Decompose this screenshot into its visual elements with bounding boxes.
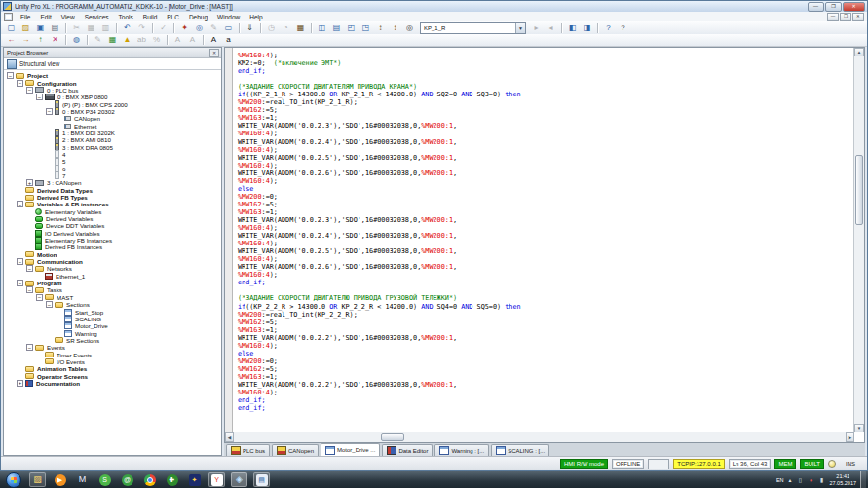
scroll-right-icon[interactable]: ▶ xyxy=(846,432,854,442)
mdi-close-button[interactable]: ✕ xyxy=(852,13,864,21)
find-next-icon[interactable]: ▸ xyxy=(530,21,544,34)
save-icon[interactable]: ▣ xyxy=(34,21,48,34)
split-window-icon[interactable]: ◨ xyxy=(581,21,594,34)
code-line[interactable] xyxy=(238,75,854,83)
collapse-icon[interactable]: − xyxy=(36,94,43,100)
tree-item-scaling[interactable]: SCALING xyxy=(4,316,221,322)
zoom-icon[interactable]: ◎ xyxy=(193,21,207,34)
tree-item-5[interactable]: 5 xyxy=(4,158,221,165)
menu-edit[interactable]: Edit xyxy=(35,12,56,21)
tree-item-motor-drive[interactable]: Motor_Drive xyxy=(4,322,221,329)
tree-item-0-bmx-xbp-0800[interactable]: −0 : BMX XBP 0800 xyxy=(4,94,221,100)
skype-icon[interactable]: S xyxy=(96,472,113,487)
cut-icon[interactable]: ✂ xyxy=(70,21,84,34)
combo-dropdown-icon[interactable]: ▼ xyxy=(515,23,525,33)
start-button[interactable] xyxy=(6,472,21,488)
types-library-icon[interactable]: ▤ xyxy=(330,21,344,34)
breakpoint-icon[interactable]: ◔ xyxy=(280,21,293,34)
project-browser-close-icon[interactable]: ✕ xyxy=(209,49,219,57)
code-line[interactable]: %MW162:=5; xyxy=(238,365,854,373)
tree-item-networks[interactable]: −Networks xyxy=(4,265,221,272)
maximize-button[interactable]: ❐ xyxy=(825,2,842,12)
tree-item-documentation[interactable]: +Documentation xyxy=(4,380,221,387)
font-decrease-icon[interactable]: a xyxy=(222,34,236,47)
code-line[interactable]: %MW200:=real_TO_int(KP_2_1_R); xyxy=(238,98,854,106)
validate-icon[interactable]: ✓ xyxy=(157,21,170,34)
show-desktop-button[interactable] xyxy=(860,471,866,488)
scroll-up-icon[interactable]: ▲ xyxy=(854,48,864,56)
menu-build[interactable]: Build xyxy=(138,12,162,21)
text-editor-icon[interactable]: ▤ xyxy=(253,472,270,487)
goto-link-icon[interactable]: ✕ xyxy=(49,34,62,47)
tree-item-operator-screens[interactable]: Operator Screens xyxy=(4,372,221,379)
font-increase-icon[interactable]: A xyxy=(208,34,221,47)
st-code-area[interactable]: %MW160:4);KM2:=0; (*включение ЭМТ*)end_i… xyxy=(233,48,854,432)
comet-app-icon[interactable]: ✦ xyxy=(186,472,203,487)
tree-item-derived-fb-instances[interactable]: Derived FB Instances xyxy=(4,244,221,250)
code-line[interactable]: (*ЗАДАНИЕ СКОРОСТИ ДВИГАТЕЛЯМ ПРИВОДА КР… xyxy=(238,83,854,91)
goto-prev-section-icon[interactable]: ↕ xyxy=(374,21,388,34)
code-line[interactable]: end_if; xyxy=(238,396,854,404)
font-style1-icon[interactable]: A xyxy=(171,34,185,47)
analyze-icon[interactable]: ✦ xyxy=(178,21,192,34)
code-line[interactable]: %MW160:4); xyxy=(238,177,854,185)
code-line[interactable]: WRITE_VAR(ADDM('0.0.2.6'),'SDO',16#00032… xyxy=(238,169,854,177)
tree-item-2-bmx-ami-0810[interactable]: 2 : BMX AMI 0810 xyxy=(4,136,221,143)
collapse-icon[interactable]: − xyxy=(36,294,43,301)
font-style2-icon[interactable]: A xyxy=(186,34,200,47)
tree-item-p-p-bmx-cps-2000[interactable]: (P) (P) : BMX CPS 2000 xyxy=(4,100,221,107)
code-line[interactable]: %MW160:4); xyxy=(238,52,854,59)
code-line[interactable]: %MW163:=1; xyxy=(238,114,854,122)
editor-margin[interactable] xyxy=(225,48,233,432)
code-line[interactable]: %MW162:=5; xyxy=(238,201,854,208)
expand-icon[interactable]: + xyxy=(26,179,33,186)
code-line[interactable]: else xyxy=(238,350,854,357)
menu-plc[interactable]: PLC xyxy=(162,12,184,21)
goto-next-section-icon[interactable]: ↕ xyxy=(389,21,402,34)
taskbar-clock[interactable]: 21:41 27.05.2017 xyxy=(829,473,856,486)
new-project-icon[interactable]: ▢ xyxy=(5,21,19,34)
open-project-icon[interactable]: ▨ xyxy=(19,21,33,34)
code-line[interactable]: %MW163:=1; xyxy=(238,208,854,216)
code-line[interactable]: %MW160:4); xyxy=(238,130,854,137)
menu-help[interactable]: Help xyxy=(245,12,267,21)
collapse-icon[interactable]: − xyxy=(26,87,33,94)
scroll-down-icon[interactable]: ▼ xyxy=(854,424,864,432)
tree-item-derived-data-types[interactable]: Derived Data Types xyxy=(4,187,221,194)
code-line[interactable]: end_if; xyxy=(238,404,854,412)
find-prev-icon[interactable]: ◂ xyxy=(545,21,558,34)
menu-services[interactable]: Services xyxy=(80,12,114,21)
tree-item-tasks[interactable]: −Tasks xyxy=(4,286,221,293)
collapse-icon[interactable]: − xyxy=(26,265,33,272)
code-line[interactable]: %MW160:4); xyxy=(238,224,854,232)
search-combo[interactable]: KP_1_R▼ xyxy=(420,22,526,34)
cascade-windows-icon[interactable]: ◳ xyxy=(359,21,373,34)
tree-item-warning[interactable]: Warning xyxy=(4,329,221,336)
collapse-icon[interactable]: − xyxy=(26,286,33,293)
code-line[interactable]: %MW160:4); xyxy=(238,240,854,247)
code-line[interactable]: WRITE_VAR(ADDM('0.0.2.5'),'SDO',16#00032… xyxy=(238,247,854,255)
menu-debug[interactable]: Debug xyxy=(184,12,212,21)
tree-item-variables-fb-instances[interactable]: −Variables & FB instances xyxy=(4,201,221,207)
vertical-scroll-thumb[interactable] xyxy=(855,155,863,225)
window-tab-data-editor[interactable]: Data Editor xyxy=(382,444,433,456)
code-line[interactable]: %MW200:=real_TO_int(KP_2_2_R); xyxy=(238,311,854,319)
context-help-icon[interactable]: ? xyxy=(617,21,630,34)
tree-item-6[interactable]: 6 xyxy=(4,165,221,171)
project-browser-icon[interactable]: ◫ xyxy=(316,21,329,34)
window-tab-canopen[interactable]: CANopen xyxy=(272,444,319,456)
undo-icon[interactable]: ↶ xyxy=(121,21,134,34)
tree-item-7[interactable]: 7 xyxy=(4,172,221,179)
code-line[interactable]: %MW160:4); xyxy=(238,255,854,263)
copy-icon[interactable]: ▦ xyxy=(85,21,98,34)
goto-up-icon[interactable]: ↑ xyxy=(34,34,48,47)
tree-item-derived-fb-types[interactable]: Derived FB Types xyxy=(4,194,221,201)
window-tab-warning[interactable]: Warning : [... xyxy=(434,444,489,456)
code-line[interactable]: %MW162:=5; xyxy=(238,319,854,326)
tree-item-0-bmx-p34-20302[interactable]: −0 : BMX P34 20302 xyxy=(4,108,221,115)
tree-item-configuration[interactable]: −Configuration xyxy=(4,79,221,86)
code-line[interactable]: WRITE_VAR(ADDM('0.0.2.3'),'SDO',16#00032… xyxy=(238,122,854,130)
tree-item-events[interactable]: −Events xyxy=(4,344,221,351)
collapse-icon[interactable]: − xyxy=(17,280,23,286)
tree-item-4[interactable]: 4 xyxy=(4,151,221,158)
